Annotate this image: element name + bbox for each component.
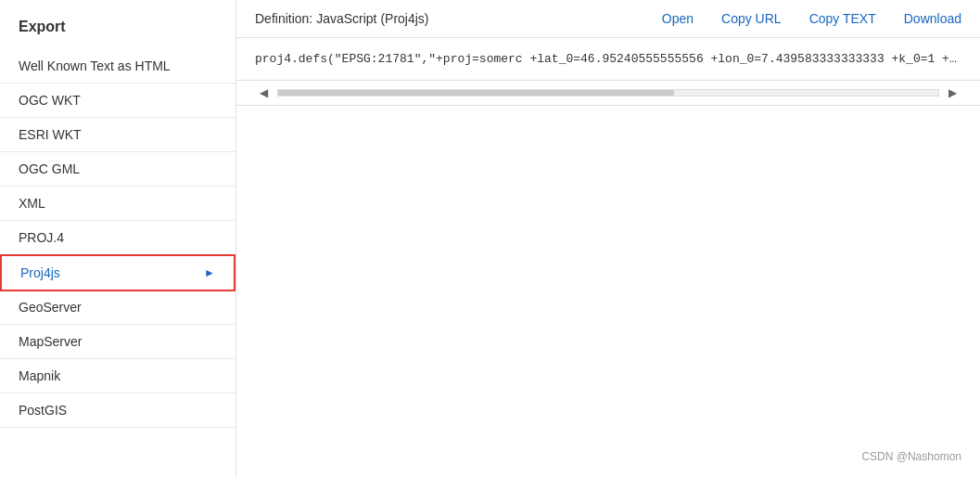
scroll-right-arrow[interactable]: ▶ — [944, 84, 961, 101]
sidebar-item-wkt-html[interactable]: Well Known Text as HTML — [0, 49, 235, 84]
sidebar-item-geoserver[interactable]: GeoServer — [0, 290, 235, 325]
copy-text-button[interactable]: Copy TEXT — [809, 11, 876, 26]
sidebar-item-label: OGC GML — [19, 161, 80, 176]
sidebar-item-label: ESRI WKT — [19, 127, 82, 142]
scrollbar-container[interactable]: ◀ ▶ — [236, 81, 980, 106]
sidebar-item-link[interactable]: Proj4js — [20, 265, 60, 280]
download-button[interactable]: Download — [904, 11, 961, 26]
open-link[interactable]: Open — [662, 11, 694, 26]
sidebar-item-label: PostGIS — [19, 403, 67, 418]
sidebar-item-label: Mapnik — [19, 368, 60, 383]
sidebar-item-ogc-gml[interactable]: OGC GML — [0, 152, 235, 187]
sidebar-item-label: PROJ.4 — [19, 230, 64, 245]
scrollbar-track[interactable] — [277, 89, 939, 97]
sidebar-title: Export — [0, 19, 235, 49]
sidebar-item-proj4[interactable]: PROJ.4 — [0, 221, 235, 255]
sidebar-item-ogc-wkt[interactable]: OGC WKT — [0, 84, 235, 118]
top-bar: Definition: JavaScript (Proj4js) Open Co… — [236, 0, 980, 38]
sidebar-item-label: XML — [19, 196, 45, 211]
code-content: proj4.defs("EPSG:21781","+proj=somerc +l… — [255, 52, 961, 66]
sidebar-item-postgis[interactable]: PostGIS — [0, 393, 235, 428]
chevron-right-icon: ► — [204, 266, 215, 279]
sidebar: Export Well Known Text as HTML OGC WKT E… — [0, 0, 236, 477]
scrollbar-thumb[interactable] — [278, 90, 674, 96]
top-actions: Open Copy URL Copy TEXT Download — [662, 11, 961, 26]
copy-url-button[interactable]: Copy URL — [721, 11, 782, 26]
sidebar-item-mapserver[interactable]: MapServer — [0, 325, 235, 359]
sidebar-item-proj4js[interactable]: Proj4js ► — [0, 254, 235, 291]
definition-title: Definition: JavaScript (Proj4js) — [255, 11, 429, 26]
sidebar-item-label: OGC WKT — [19, 93, 81, 108]
sidebar-item-esri-wkt[interactable]: ESRI WKT — [0, 118, 235, 152]
sidebar-item-mapnik[interactable]: Mapnik — [0, 359, 235, 393]
sidebar-item-xml[interactable]: XML — [0, 187, 235, 221]
watermark: CSDN @Nashomon — [861, 450, 961, 463]
code-area: proj4.defs("EPSG:21781","+proj=somerc +l… — [236, 38, 980, 81]
main-content: Definition: JavaScript (Proj4js) Open Co… — [236, 0, 980, 477]
sidebar-item-label: Well Known Text as HTML — [19, 58, 171, 73]
sidebar-item-label: GeoServer — [19, 300, 82, 315]
scroll-left-arrow[interactable]: ◀ — [255, 84, 273, 101]
sidebar-item-label: MapServer — [19, 334, 82, 349]
